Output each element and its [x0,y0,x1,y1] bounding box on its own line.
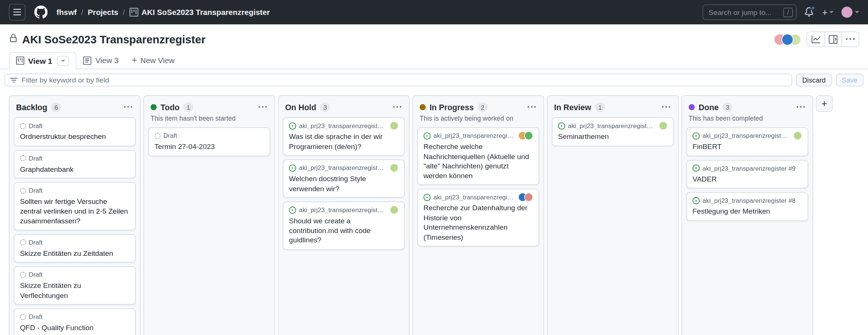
card-title[interactable]: Was ist die sprache in der wir Programie… [289,132,399,151]
board-card[interactable]: aki_prj23_transparenzregister #5 FinBERT [687,127,808,156]
card-meta: aki_prj23_transparenzregister #8 [703,197,796,204]
lock-icon [9,34,18,45]
breadcrumb-project[interactable]: AKI SoSe2023 Transparenzregister [141,8,270,17]
card-title[interactable]: Graphdatenbank [20,164,130,174]
card-title[interactable]: FinBERT [693,142,802,152]
card-title[interactable]: Skizze Entitäten zu Verflechtungen [20,281,130,300]
card-title[interactable]: Festlegung der Metriken [693,207,802,216]
search-input[interactable] [709,8,780,16]
user-menu-button[interactable] [841,7,859,18]
column-menu-button[interactable] [796,102,806,112]
board-card[interactable]: aki_prj23_transparenzregister #8 Festleg… [687,192,808,221]
filter-input[interactable] [22,76,787,84]
insights-button[interactable] [807,32,824,47]
assignee-avatar[interactable] [390,164,399,173]
global-search[interactable]: / [703,4,797,20]
app-root: fhswf / Projects / AKI SoSe2023 Transpar… [0,0,868,335]
column-menu-button[interactable] [661,102,671,112]
card-meta-row: aki_prj23_transparenzregister #10 [558,121,668,130]
kebab-horizontal-icon [393,103,401,111]
board-card[interactable]: aki_prj23_transparenzregister #10 Semina… [552,117,673,146]
issue-open-icon [693,132,700,139]
board-card[interactable]: Draft Ordnerstruktur besprechen [14,117,136,146]
assignee-avatar[interactable] [390,121,399,130]
card-avatars [518,193,533,202]
tab-view-1[interactable]: View 1 [9,52,77,69]
project-menu-button[interactable] [841,32,859,47]
card-meta: Draft [29,155,43,162]
card-title[interactable]: VADER [693,174,802,184]
card-title[interactable]: Should we create a contribution.md with … [289,216,399,245]
github-mark-icon [34,6,48,19]
column-menu-button[interactable] [526,102,537,112]
card-title[interactable]: Welchen docstring Style verwenden wir? [289,174,399,193]
column-title: Todo [161,103,180,112]
assignee-avatar[interactable] [524,131,533,140]
card-title[interactable]: Skizze Entitäten zu Zeitdaten [20,248,130,258]
column-header: Backlog 6 [9,96,140,114]
column-cards: Draft Termin 27-04-2023 [144,124,275,161]
assignee-avatar[interactable] [793,131,802,140]
card-meta: aki_prj23_transparenzregister #2 [433,194,515,201]
breadcrumb-projects[interactable]: Projects [88,8,118,17]
card-meta: aki_prj23_transparenzregister #10 [568,122,656,129]
add-column-button[interactable]: + [816,95,833,112]
card-title[interactable]: Recherche zur Datenhaltung der Historie … [423,203,533,242]
member-avatar-stack[interactable] [774,34,801,45]
card-meta-row: Draft [20,121,130,130]
column-count-badge: 6 [51,102,61,112]
filter-field[interactable] [4,74,792,86]
side-panel-button[interactable] [824,32,841,47]
card-title[interactable]: Ordnerstruktur besprechen [20,132,130,142]
board-card[interactable]: Draft QFD - Quality Function Deployment [14,308,136,335]
board-card[interactable]: aki_prj23_transparenzregister #12 Should… [283,202,405,249]
github-logo[interactable] [32,3,50,21]
card-title[interactable]: QFD - Quality Function Deployment [20,323,130,335]
board-card[interactable]: Draft Sollten wir fertige Versuche zentr… [14,182,136,230]
page-title: AKI SoSe2023 Transparenzregister [22,33,205,46]
assignee-avatar[interactable] [659,121,668,130]
board-card[interactable]: Draft Skizze Entitäten zu Verflechtungen [14,267,136,305]
discard-button[interactable]: Discard [796,74,831,86]
assignee-avatar[interactable] [524,193,533,202]
new-view-button[interactable]: + New View [125,52,181,68]
card-title[interactable]: Recherche welche Nachrichtenquellen (Akt… [423,142,533,181]
column-menu-button[interactable] [392,102,402,112]
card-meta-row: Draft [20,270,130,279]
board-card[interactable]: Draft Termin 27-04-2023 [148,127,270,156]
column-cards: aki_prj23_transparenzregister #10 Semina… [547,114,678,151]
column-menu-button[interactable] [123,102,133,112]
board-card[interactable]: aki_prj23_transparenzregister #2 Recherc… [417,189,539,246]
column-menu-button[interactable] [257,102,268,112]
create-new-button[interactable]: + [822,7,834,17]
kebab-horizontal-icon [846,35,855,44]
card-title[interactable]: Sollten wir fertige Versuche zentral ver… [20,197,130,226]
tab-view-1-menu-button[interactable] [57,56,69,66]
board-card[interactable]: aki_prj23_transparenzregister #9 VADER [687,160,808,188]
save-button[interactable]: Save [836,74,864,86]
card-meta: aki_prj23_transparenzregister #11 [299,122,387,129]
board: Backlog 6 Draft Ordnerstruktur bespreche… [0,86,868,335]
card-title[interactable]: Seminarthemen [558,132,668,142]
card-meta: aki_prj23_transparenzregister #3 [433,132,515,139]
board-card[interactable]: aki_prj23_transparenzregister #7 Welchen… [283,159,405,198]
hamburger-menu-button[interactable] [9,4,25,20]
board-card[interactable]: aki_prj23_transparenzregister #3 Recherc… [417,127,539,185]
notifications-button[interactable] [805,7,815,17]
breadcrumb-org[interactable]: fhswf [56,8,77,17]
board-column: Done 3 This has been completed aki_prj23… [681,95,813,335]
card-title[interactable]: Termin 27-04-2023 [155,142,264,152]
project-title-row: AKI SoSe2023 Transparenzregister [0,24,868,52]
tab-view-3[interactable]: View 3 [77,52,125,68]
assignee-avatar[interactable] [390,205,399,214]
board-card[interactable]: Draft Skizze Entitäten zu Zeitdaten [14,234,136,263]
card-avatars [390,205,399,214]
board-card[interactable]: Draft Graphdatenbank [14,150,136,178]
breadcrumb: fhswf / Projects / AKI SoSe2023 Transpar… [56,8,270,17]
issue-open-icon [289,164,296,171]
column-cards: aki_prj23_transparenzregister #3 Recherc… [413,124,544,251]
card-avatars [390,164,399,173]
card-meta-row: Draft [20,313,130,322]
board-card[interactable]: aki_prj23_transparenzregister #11 Was is… [283,117,405,155]
column-status-dot [420,104,426,110]
